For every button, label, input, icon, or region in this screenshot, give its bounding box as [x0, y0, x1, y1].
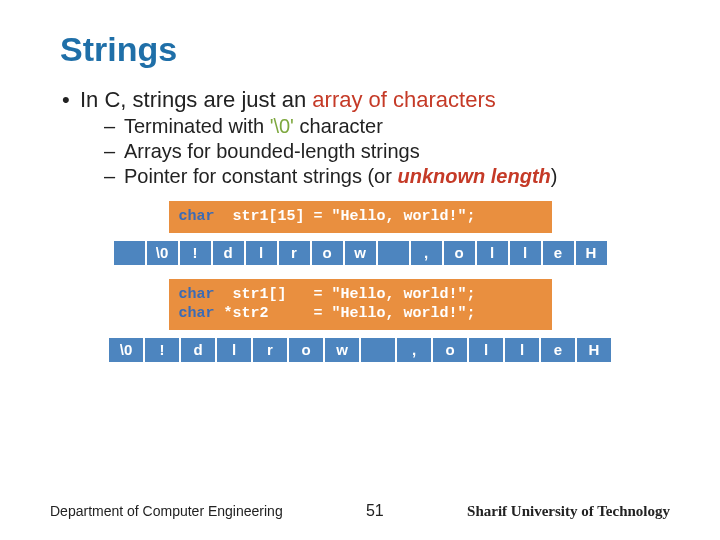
code-box-2: char str1[] = "Hello, world!"; char *str…: [168, 278, 553, 331]
bullet-main-text: In C, strings are just an: [80, 87, 312, 112]
char-cell: H: [575, 240, 608, 266]
sub-bullet-2: Arrays for bounded-length strings: [104, 140, 670, 163]
char-cell: ,: [396, 337, 432, 363]
slide-title: Strings: [60, 30, 670, 69]
char-cell: r: [252, 337, 288, 363]
char-cell: d: [180, 337, 216, 363]
page-number: 51: [366, 502, 384, 520]
sub-bullets: Terminated with '\0' character Arrays fo…: [104, 115, 670, 188]
char-cell: H: [576, 337, 612, 363]
char-cell: o: [288, 337, 324, 363]
code2-rest2: *str2 = "Hello, world!";: [215, 305, 476, 322]
char-cell: w: [324, 337, 360, 363]
sub-bullet-3: Pointer for constant strings (or unknown…: [104, 165, 670, 188]
code2-rest1: str1[] = "Hello, world!";: [215, 286, 476, 303]
char-cell: l: [504, 337, 540, 363]
code2-kw1: char: [179, 286, 215, 303]
char-cell: l: [476, 240, 509, 266]
sub-bullet-1: Terminated with '\0' character: [104, 115, 670, 138]
char-cell: e: [542, 240, 575, 266]
char-cell: l: [245, 240, 278, 266]
char-cell: d: [212, 240, 245, 266]
char-cell: l: [509, 240, 542, 266]
char-cell: o: [432, 337, 468, 363]
char-cell: w: [344, 240, 377, 266]
char-cell: l: [468, 337, 504, 363]
char-cell: \0: [108, 337, 144, 363]
code1-rest: str1[15] = "Hello, world!";: [215, 208, 476, 225]
main-bullets: In C, strings are just an array of chara…: [58, 87, 670, 188]
code1-kw: char: [179, 208, 215, 225]
char-cell: \0: [146, 240, 179, 266]
footer-univ: Sharif University of Technology: [467, 503, 670, 520]
char-cell: !: [179, 240, 212, 266]
bullet-main-highlight: array of characters: [312, 87, 495, 112]
char-cell: e: [540, 337, 576, 363]
char-cell: [113, 240, 146, 266]
char-cell: ,: [410, 240, 443, 266]
char-cell: o: [443, 240, 476, 266]
char-array-1: \0!dlrow,olleH: [113, 240, 608, 266]
footer-dept: Department of Computer Engineering: [50, 503, 283, 519]
char-cell: !: [144, 337, 180, 363]
char-cell: o: [311, 240, 344, 266]
char-cell: r: [278, 240, 311, 266]
code-box-1: char str1[15] = "Hello, world!";: [168, 200, 553, 234]
code2-kw2: char: [179, 305, 215, 322]
char-cell: [360, 337, 396, 363]
char-cell: [377, 240, 410, 266]
bullet-main: In C, strings are just an array of chara…: [58, 87, 670, 188]
sub1-highlight: '\0': [270, 115, 294, 137]
char-array-2: \0!dlrow,olleH: [108, 337, 612, 363]
char-cell: l: [216, 337, 252, 363]
sub3-highlight: unknown length: [397, 165, 550, 187]
footer: Department of Computer Engineering 51 Sh…: [50, 502, 670, 520]
